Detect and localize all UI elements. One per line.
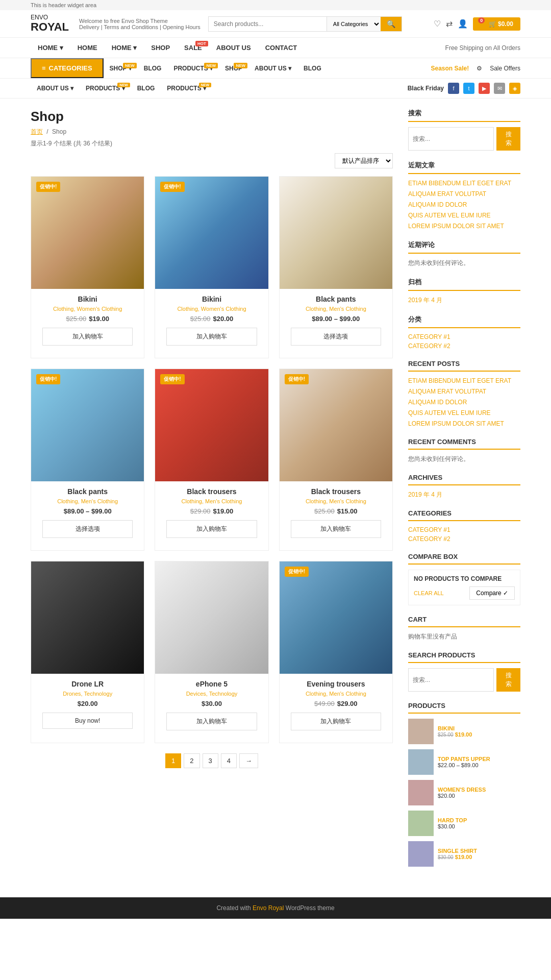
add-to-cart-button[interactable]: 加入购物车 — [166, 713, 257, 730]
sec-nav-shop-1[interactable]: SHOP ▾NEW — [104, 60, 138, 77]
breadcrumb-sep: / — [46, 128, 48, 135]
recent-post-link[interactable]: QUIS AUTEM VEL EUM IURE — [408, 211, 520, 220]
ter-nav-about[interactable]: ABOUT US ▾ — [31, 81, 80, 96]
nav-about[interactable]: ABOUT US — [209, 38, 258, 58]
mini-product-image — [408, 811, 434, 836]
archive-link[interactable]: 2019 年 4 月 — [408, 296, 520, 305]
recent-post-en-link[interactable]: LOREM IPSUM DOLOR SIT AMET — [408, 420, 520, 428]
category-en-link[interactable]: CATEGORY #2 — [408, 535, 520, 543]
sec-nav-about[interactable]: ABOUT US ▾ — [248, 60, 297, 77]
youtube-icon[interactable]: ▶ — [479, 83, 490, 94]
recent-post-link[interactable]: ALIQUAM ID DOLOR — [408, 201, 520, 209]
account-icon[interactable]: 👤 — [458, 19, 468, 29]
ter-nav-blog[interactable]: BLOG — [131, 81, 161, 96]
shop2-new-badge: NEW — [234, 63, 247, 68]
sec-nav-shop-2[interactable]: SHOPNEW — [219, 60, 248, 77]
add-to-cart-button[interactable]: 选择选项 — [42, 520, 133, 538]
recent-post-link[interactable]: LOREM IPSUM DOLOR SIT AMET — [408, 222, 520, 231]
cart-empty-text: 购物车里没有产品 — [408, 633, 457, 640]
add-to-cart-button[interactable]: 选择选项 — [291, 328, 382, 346]
categories-button[interactable]: ≡ CATEGORIES — [31, 58, 104, 78]
season-sale-link[interactable]: Season Sale! — [431, 65, 469, 72]
add-to-cart-button[interactable]: 加入购物车 — [291, 713, 382, 730]
clear-all-button[interactable]: CLEAR ALL — [414, 590, 444, 596]
mini-product-info: HARD TOP $30.00 — [438, 817, 467, 829]
page-button[interactable]: 3 — [203, 753, 218, 768]
sidebar-search-products-input[interactable] — [408, 668, 494, 692]
compare-icon[interactable]: ⇄ — [446, 19, 453, 29]
logo[interactable]: ENVO ROYAL — [31, 14, 71, 33]
next-page-button[interactable]: → — [239, 753, 258, 768]
product-price: $89.00 – $99.00 — [286, 315, 386, 323]
category-link[interactable]: CATEGORY #2 — [408, 342, 520, 350]
recent-post-en-link[interactable]: QUIS AUTEM VEL EUM IURE — [408, 409, 520, 418]
shop-title: Shop — [31, 109, 393, 125]
archive-en-link[interactable]: 2019 年 4 月 — [408, 491, 520, 499]
footer-suffix: WordPress theme — [286, 904, 335, 912]
logo-royal: ROYAL — [31, 21, 71, 33]
search-category-select[interactable]: All Categories — [327, 17, 381, 31]
page-button[interactable]: 2 — [184, 753, 199, 768]
price-old: $25.00 — [66, 315, 86, 323]
mini-product-name[interactable]: SINGLE SHIRT — [438, 848, 477, 854]
add-to-cart-button[interactable]: Buy now! — [42, 713, 133, 729]
facebook-icon[interactable]: f — [448, 83, 459, 94]
product-card: 促销中! Black trousers Clothing, Men's Clot… — [279, 369, 393, 551]
recent-post-en-link[interactable]: ALIQUAM ID DOLOR — [408, 398, 520, 407]
page-button[interactable]: 4 — [221, 753, 237, 768]
product-categories: Clothing, Men's Clothing — [286, 498, 386, 504]
footer-link[interactable]: Envo Royal — [253, 904, 284, 912]
add-to-cart-button[interactable]: 加入购物车 — [166, 328, 257, 346]
search-button[interactable]: 🔍 — [381, 17, 402, 31]
sidebar-search-products-btn[interactable]: 搜索 — [496, 668, 520, 692]
sort-select[interactable]: 默认产品排序 — [335, 153, 393, 168]
recent-post-link[interactable]: ETIAM BIBENDUM ELIT EGET ERAT — [408, 179, 520, 188]
ter-nav-products-2[interactable]: PRODUCTS ▾NEW — [161, 81, 212, 96]
wishlist-icon[interactable]: ♡ — [434, 19, 441, 29]
page-button[interactable]: 1 — [165, 753, 181, 768]
recent-post-en-link[interactable]: ALIQUAM ERAT VOLUTPAT — [408, 387, 520, 396]
sec-nav-blog-2[interactable]: BLOG — [297, 60, 328, 77]
email-icon[interactable]: ✉ — [494, 83, 505, 94]
sec-nav-products-1[interactable]: PRODUCTS ▾NEW — [167, 60, 219, 77]
twitter-icon[interactable]: t — [463, 83, 474, 94]
categories-cn-list: CATEGORY #1CATEGORY #2 — [408, 333, 520, 350]
ter-nav-products-1[interactable]: PRODUCTS ▾NEW — [80, 81, 131, 96]
recent-posts-cn-list: ETIAM BIBENDUM ELIT EGET ERATALIQUAM ERA… — [408, 179, 520, 230]
nav-home-3[interactable]: HOME ▾ — [105, 38, 144, 58]
sidebar-search-cn-btn[interactable]: 搜 索 — [496, 127, 520, 151]
add-to-cart-button[interactable]: 加入购物车 — [166, 520, 257, 538]
category-link[interactable]: CATEGORY #1 — [408, 333, 520, 340]
rss-icon[interactable]: ◈ — [509, 83, 520, 94]
breadcrumb-home[interactable]: 首页 — [31, 128, 43, 135]
nav-home-2[interactable]: HOME — [70, 38, 105, 58]
product-categories: Clothing, Men's Clothing — [161, 498, 262, 504]
compare-button[interactable]: Compare ✓ — [469, 586, 515, 600]
search-input[interactable] — [209, 17, 327, 31]
nav-contact[interactable]: CONTACT — [258, 38, 305, 58]
sec-nav-blog-1[interactable]: BLOG — [138, 60, 168, 77]
sidebar-search-cn-input[interactable] — [408, 127, 494, 151]
mini-product-item: WOMEN'S DRESS $20.00 — [408, 780, 520, 805]
nav-home-1[interactable]: HOME ▾ — [31, 38, 70, 58]
product-image — [280, 369, 392, 481]
product-info: Black trousers Clothing, Men's Clothing … — [155, 481, 268, 550]
mini-product-name[interactable]: HARD TOP — [438, 817, 467, 823]
recent-post-link[interactable]: ALIQUAM ERAT VOLUTPAT — [408, 190, 520, 199]
category-en-link[interactable]: CATEGORY #1 — [408, 526, 520, 533]
sale-offers-link[interactable]: Sale Offers — [490, 65, 520, 72]
settings-icon[interactable]: ⚙ — [477, 65, 482, 72]
sidebar-recent-comments-en-text: 您尚未收到任何评论。 — [408, 455, 520, 463]
price-new: $20.00 — [213, 315, 233, 323]
recent-post-en-link[interactable]: ETIAM BIBENDUM ELIT EGET ERAT — [408, 377, 520, 385]
sale-badge: 促销中! — [36, 182, 60, 192]
mini-product-name[interactable]: TOP PANTS UPPER — [438, 756, 490, 762]
add-to-cart-button[interactable]: 加入购物车 — [42, 328, 133, 346]
nav-shop[interactable]: SHOP — [144, 38, 177, 58]
nav-sale[interactable]: SALEHOT — [177, 38, 209, 58]
breadcrumb-current: Shop — [52, 128, 66, 135]
mini-product-name[interactable]: BIKINI — [438, 725, 472, 731]
mini-product-name[interactable]: WOMEN'S DRESS — [438, 787, 486, 793]
cart-button[interactable]: 0 🛒 $0.00 — [473, 17, 520, 31]
add-to-cart-button[interactable]: 加入购物车 — [291, 520, 382, 538]
